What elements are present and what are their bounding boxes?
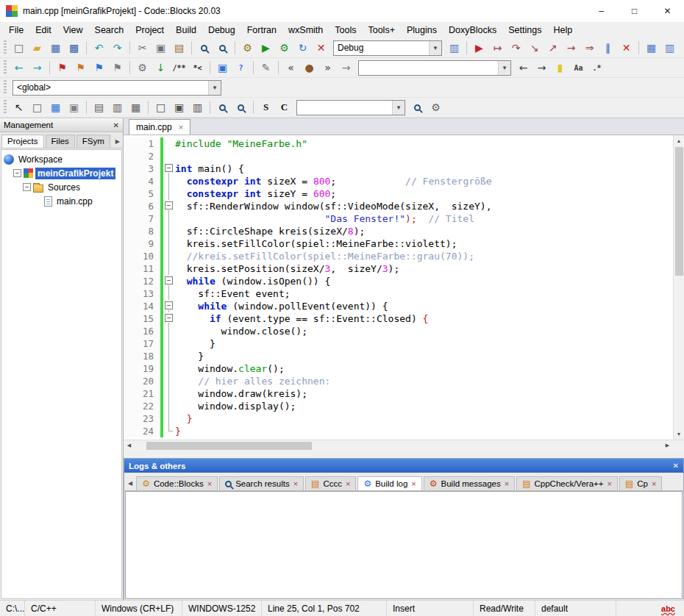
code-editor[interactable]: 1#include "MeineFarbe.h"23−int main() {4… (124, 135, 673, 440)
layout-right-button[interactable]: ▦ (127, 99, 145, 116)
browse-marker-button[interactable]: ● (300, 60, 318, 76)
pane-splitter[interactable] (124, 451, 684, 458)
menu-debug[interactable]: Debug (202, 23, 241, 37)
log-tab-build-log[interactable]: ⚙Build log× (357, 476, 421, 490)
tree-item-sources[interactable]: −Sources (1, 180, 121, 194)
code-line[interactable]: 22 window.display(); (124, 400, 673, 412)
code-line[interactable]: 8 sf::CircleShape kreis(sizeX/8); (124, 225, 673, 237)
fold-margin[interactable]: − (163, 162, 175, 175)
browse-back-button[interactable]: « (282, 60, 300, 76)
run-button[interactable]: ▶ (257, 40, 275, 57)
next-bookmark-button[interactable]: ⚑ (90, 60, 108, 76)
highlight-occurrences-button[interactable]: ▮ (551, 60, 569, 76)
toolbar-grip[interactable] (4, 80, 7, 95)
scroll-up-icon[interactable]: ▲ (674, 135, 684, 146)
toolbar-grip[interactable] (4, 40, 7, 55)
debugging-windows-button[interactable]: ▦ (642, 40, 660, 57)
code-line[interactable]: 17 } (124, 337, 673, 350)
minimize-button[interactable]: – (585, 0, 618, 22)
code-line[interactable]: 21 window.draw(kreis); (124, 387, 673, 400)
run-to-cursor-button[interactable]: ↦ (488, 40, 507, 57)
log-tab-code-blocks[interactable]: ⚙Code::Blocks× (136, 476, 218, 490)
threads-search-button[interactable]: ⚙ (133, 60, 152, 76)
code-line[interactable]: 2 (124, 150, 673, 162)
build-target-combo[interactable]: Debug ▾ (333, 40, 442, 56)
close-icon[interactable]: × (607, 480, 611, 488)
save-button[interactable]: ▦ (46, 40, 65, 57)
cut-button[interactable]: ✂ (133, 40, 152, 57)
match-case-button[interactable]: Aa (569, 60, 588, 76)
show-structs-button[interactable]: S (257, 99, 275, 116)
code-line[interactable]: 12− while (window.isOpen()) { (124, 275, 673, 287)
code-line[interactable]: 11 kreis.setPosition(sizeX/3, sizeY/3); (124, 262, 673, 275)
fold-collapse-icon[interactable]: − (165, 276, 173, 284)
fold-margin[interactable]: − (163, 200, 175, 212)
tab-scroll-right-icon[interactable]: ▶ (114, 138, 121, 148)
menu-fortran[interactable]: Fortran (241, 23, 282, 37)
various-info-button[interactable]: ▥ (660, 40, 679, 57)
scroll-left-icon[interactable]: ◀ (124, 440, 135, 451)
toolbar-grip[interactable] (4, 100, 7, 115)
vbox-tool-button[interactable]: ▣ (170, 99, 188, 116)
code-line[interactable]: 23 } (124, 412, 673, 425)
undo-button[interactable]: ↶ (90, 40, 108, 57)
incsearch-options-button[interactable]: ⚙ (427, 99, 445, 116)
incsearch-find-button[interactable] (408, 99, 427, 116)
menu-project[interactable]: Project (129, 23, 170, 37)
scrollbar-thumb[interactable] (146, 442, 312, 450)
debug-continue-button[interactable]: ▶ (470, 40, 488, 57)
doxyblocks-help-button[interactable]: ? (232, 60, 250, 76)
menu-edit[interactable]: Edit (29, 23, 57, 37)
maximize-button[interactable]: □ (618, 0, 651, 22)
chevron-down-icon[interactable]: ▾ (498, 61, 510, 75)
code-line[interactable]: 3−int main() { (124, 162, 673, 175)
search-prev-button[interactable]: ← (514, 60, 532, 76)
fold-collapse-icon[interactable]: − (165, 164, 173, 172)
clear-bookmarks-button[interactable]: ⚑ (108, 60, 127, 76)
doxyblocks-block-comment-button[interactable]: /** (170, 60, 188, 76)
nav-back-button[interactable]: ← (10, 60, 28, 76)
menu-build[interactable]: Build (170, 23, 202, 37)
editor-tab-main-cpp[interactable]: main.cpp × (129, 119, 190, 135)
break-debugger-button[interactable]: ∥ (599, 40, 617, 57)
fold-margin[interactable]: − (163, 275, 175, 287)
horizontal-scrollbar[interactable]: ◀ ▶ (124, 440, 684, 451)
code-line[interactable]: 20 // hier alles zeichnen: (124, 375, 673, 387)
browse-forward-button[interactable]: » (318, 60, 337, 76)
widget-panel-button[interactable]: ▣ (65, 99, 83, 116)
menu-doxyblocks[interactable]: DoxyBlocks (443, 23, 502, 37)
menu-tools[interactable]: Tools+ (362, 23, 400, 37)
save-all-button[interactable]: ▩ (65, 40, 83, 57)
gridbox-tool-button[interactable]: ▥ (188, 99, 207, 116)
zoom-out-button[interactable] (232, 99, 250, 116)
code-line[interactable]: 9 kreis.setFillColor(spiel::MeineFarbe::… (124, 237, 673, 250)
close-icon[interactable]: × (293, 480, 298, 488)
stop-debugger-button[interactable]: ✕ (617, 40, 635, 57)
close-icon[interactable]: ✕ (673, 462, 679, 470)
fold-collapse-icon[interactable]: − (165, 301, 173, 309)
chevron-down-icon[interactable]: ▾ (208, 81, 221, 95)
code-line[interactable]: 16 window.close(); (124, 325, 673, 337)
code-line[interactable]: 24} (124, 425, 673, 437)
menu-view[interactable]: View (57, 23, 89, 37)
tree-item-main-cpp[interactable]: main.cpp (1, 194, 121, 208)
tab-files[interactable]: Files (46, 135, 75, 148)
menu-wxsmith[interactable]: wxSmith (282, 23, 329, 37)
find-button[interactable] (195, 40, 213, 57)
chevron-down-icon[interactable]: ▾ (392, 101, 405, 115)
build-and-run-button[interactable]: ⚙ (275, 40, 293, 57)
code-line[interactable]: 7 "Das Fenster!"); // Titel (124, 212, 673, 225)
menu-tools[interactable]: Tools (329, 23, 362, 37)
menu-help[interactable]: Help (547, 23, 578, 37)
menu-search[interactable]: Search (89, 23, 130, 37)
zoom-in-button[interactable] (213, 99, 232, 116)
chevron-down-icon[interactable]: ▾ (429, 41, 441, 55)
toggle-bookmark-button[interactable]: ⚑ (53, 60, 71, 76)
tree-item-workspace[interactable]: Workspace (1, 152, 121, 166)
menu-file[interactable]: File (3, 23, 29, 37)
close-icon[interactable]: × (411, 480, 416, 488)
tab-scroll-left-icon[interactable]: ◀ (126, 480, 135, 490)
fold-collapse-icon[interactable]: − (165, 314, 173, 322)
layout-center-button[interactable]: ▥ (108, 99, 127, 116)
fold-margin[interactable]: − (163, 312, 175, 325)
